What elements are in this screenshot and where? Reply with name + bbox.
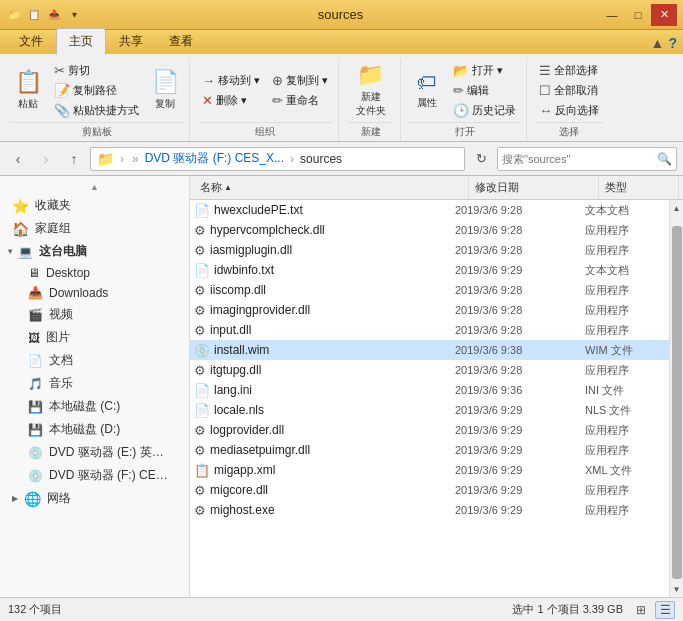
refresh-button[interactable]: ↻ [469, 147, 493, 171]
maximize-button[interactable]: □ [625, 4, 651, 26]
select-all-button[interactable]: ☰ 全部选择 [535, 61, 603, 80]
help-icon[interactable]: ? [668, 35, 677, 51]
file-row[interactable]: ⚙ mediasetpuimgr.dll 2019/3/6 9:29 应用程序 [190, 440, 669, 460]
large-icons-button[interactable]: ⊞ [631, 601, 651, 619]
open-col: 📂 打开 ▾ ✏ 编辑 🕒 历史记录 [449, 61, 520, 120]
sidebar-item-pictures[interactable]: 🖼 图片 [0, 326, 189, 349]
search-icon[interactable]: 🔍 [657, 152, 672, 166]
move-to-button[interactable]: → 移动到 ▾ [198, 71, 264, 90]
sidebar-item-dvd-f[interactable]: 💿 DVD 驱动器 (F:) CES_X6 [0, 464, 189, 487]
folder-icon: 📁 [6, 7, 22, 23]
sidebar-item-downloads[interactable]: 📥 Downloads [0, 283, 189, 303]
favorites-label: 收藏夹 [35, 197, 71, 214]
deselect-all-button[interactable]: ☐ 全部取消 [535, 81, 603, 100]
upload-icon: 📤 [46, 7, 62, 23]
sidebar-item-documents[interactable]: 📄 文档 [0, 349, 189, 372]
file-list[interactable]: 📄 hwexcludePE.txt 2019/3/6 9:28 文本文档 ⚙ h… [190, 200, 669, 597]
history-label: 历史记录 [472, 103, 516, 118]
file-type: WIM 文件 [585, 343, 665, 358]
downloads-icon: 📥 [28, 286, 43, 300]
invert-selection-button[interactable]: ↔ 反向选择 [535, 101, 603, 120]
new-folder-button[interactable]: 📁 新建文件夹 [352, 60, 390, 120]
file-row[interactable]: ⚙ iiscomp.dll 2019/3/6 9:28 应用程序 [190, 280, 669, 300]
copy-path-button[interactable]: 📝 复制路径 [50, 81, 143, 100]
open-button[interactable]: 📂 打开 ▾ [449, 61, 520, 80]
tab-home[interactable]: 主页 [56, 28, 106, 55]
file-row[interactable]: ⚙ iasmigplugin.dll 2019/3/6 9:28 应用程序 [190, 240, 669, 260]
ribbon-collapse-icon[interactable]: ▲ [651, 35, 665, 51]
file-row[interactable]: 📄 lang.ini 2019/3/6 9:36 INI 文件 [190, 380, 669, 400]
sidebar-item-local-d[interactable]: 💾 本地磁盘 (D:) [0, 418, 189, 441]
scrollbar[interactable]: ▲ ▼ [669, 200, 683, 597]
rename-button[interactable]: ✏ 重命名 [268, 91, 332, 110]
copy-path-label: 复制路径 [73, 83, 117, 98]
file-row[interactable]: ⚙ migcore.dll 2019/3/6 9:29 应用程序 [190, 480, 669, 500]
ribbon-group-select: ☰ 全部选择 ☐ 全部取消 ↔ 反向选择 选择 [529, 58, 609, 141]
file-date: 2019/3/6 9:36 [455, 384, 585, 396]
sidebar-item-dvd-e[interactable]: 💿 DVD 驱动器 (E:) 英语六4 [0, 441, 189, 464]
details-view-button[interactable]: ☰ [655, 601, 675, 619]
sidebar-item-network[interactable]: ▶ 🌐 网络 [0, 487, 189, 510]
sidebar-item-desktop[interactable]: 🖥 Desktop [0, 263, 189, 283]
file-row[interactable]: 📄 hwexcludePE.txt 2019/3/6 9:28 文本文档 [190, 200, 669, 220]
col-header-date[interactable]: 修改日期 [469, 176, 599, 199]
file-row[interactable]: ⚙ logprovider.dll 2019/3/6 9:29 应用程序 [190, 420, 669, 440]
col-header-type[interactable]: 类型 [599, 176, 679, 199]
window-controls: — □ ✕ [599, 4, 677, 26]
sidebar-item-videos[interactable]: 🎬 视频 [0, 303, 189, 326]
search-input[interactable] [502, 153, 655, 165]
tab-view[interactable]: 查看 [156, 28, 206, 54]
file-row[interactable]: ⚙ imagingprovider.dll 2019/3/6 9:28 应用程序 [190, 300, 669, 320]
documents-label: 文档 [49, 352, 73, 369]
back-button[interactable]: ‹ [6, 147, 30, 171]
scroll-up-button[interactable]: ▲ [670, 200, 683, 216]
address-bar: ‹ › ↑ 📁 › » DVD 驱动器 (F:) CES_X... › sour… [0, 142, 683, 176]
file-row[interactable]: 📄 locale.nls 2019/3/6 9:29 NLS 文件 [190, 400, 669, 420]
properties-button[interactable]: 🏷 属性 [409, 69, 445, 112]
ribbon: 📋 粘贴 ✂ 剪切 📝 复制路径 📎 粘贴快捷方式 📄 复制 [0, 54, 683, 142]
dropdown-arrow[interactable]: ▾ [66, 7, 82, 23]
paste-button[interactable]: 📋 粘贴 [10, 67, 46, 113]
history-button[interactable]: 🕒 历史记录 [449, 101, 520, 120]
organize-group-content: → 移动到 ▾ ✕ 删除 ▾ ⊕ 复制到 ▾ ✏ 重命名 [198, 60, 332, 120]
file-type: 应用程序 [585, 223, 665, 238]
minimize-button[interactable]: — [599, 4, 625, 26]
sidebar-item-local-c[interactable]: 💾 本地磁盘 (C:) [0, 395, 189, 418]
scroll-thumb[interactable] [672, 226, 682, 579]
file-row[interactable]: ⚙ input.dll 2019/3/6 9:28 应用程序 [190, 320, 669, 340]
copy-button[interactable]: 📄 复制 [147, 67, 183, 113]
sidebar-section-this-pc[interactable]: ▾ 💻 这台电脑 [0, 240, 189, 263]
favorites-icon: ⭐ [12, 198, 29, 214]
sidebar-scroll-up[interactable]: ▲ [90, 182, 99, 192]
sidebar-item-favorites[interactable]: ⭐ 收藏夹 [0, 194, 189, 217]
file-date: 2019/3/6 9:28 [455, 204, 585, 216]
tab-share[interactable]: 共享 [106, 28, 156, 54]
sidebar-item-music[interactable]: 🎵 音乐 [0, 372, 189, 395]
file-row[interactable]: ⚙ itgtupg.dll 2019/3/6 9:28 应用程序 [190, 360, 669, 380]
scroll-down-button[interactable]: ▼ [670, 581, 683, 597]
status-count: 132 个项目 [8, 602, 504, 617]
sidebar-item-homegroup[interactable]: 🏠 家庭组 [0, 217, 189, 240]
up-button[interactable]: ↑ [62, 147, 86, 171]
cut-button[interactable]: ✂ 剪切 [50, 61, 143, 80]
file-icon: 📄 [194, 203, 210, 218]
file-row[interactable]: 💿 install.wim 2019/3/6 9:38 WIM 文件 [190, 340, 669, 360]
file-row[interactable]: 📋 migapp.xml 2019/3/6 9:29 XML 文件 [190, 460, 669, 480]
delete-button[interactable]: ✕ 删除 ▾ [198, 91, 264, 110]
file-row[interactable]: ⚙ hypervcomplcheck.dll 2019/3/6 9:28 应用程… [190, 220, 669, 240]
col-header-name[interactable]: 名称 ▲ [194, 176, 469, 199]
paste-shortcut-button[interactable]: 📎 粘贴快捷方式 [50, 101, 143, 120]
copy-to-button[interactable]: ⊕ 复制到 ▾ [268, 71, 332, 90]
tab-file[interactable]: 文件 [6, 28, 56, 54]
open-label: 打开 ▾ [472, 63, 503, 78]
close-button[interactable]: ✕ [651, 4, 677, 26]
file-row[interactable]: 📄 idwbinfo.txt 2019/3/6 9:29 文本文档 [190, 260, 669, 280]
path-segment-dvd[interactable]: DVD 驱动器 (F:) CES_X... [145, 150, 284, 167]
move-icon: → [202, 73, 215, 88]
address-path[interactable]: 📁 › » DVD 驱动器 (F:) CES_X... › sources [90, 147, 465, 171]
file-row[interactable]: ⚙ mighost.exe 2019/3/6 9:29 应用程序 [190, 500, 669, 520]
title-bar: 📁 📋 📤 ▾ sources — □ ✕ [0, 0, 683, 30]
file-name: install.wim [214, 343, 455, 357]
edit-button[interactable]: ✏ 编辑 [449, 81, 520, 100]
forward-button[interactable]: › [34, 147, 58, 171]
